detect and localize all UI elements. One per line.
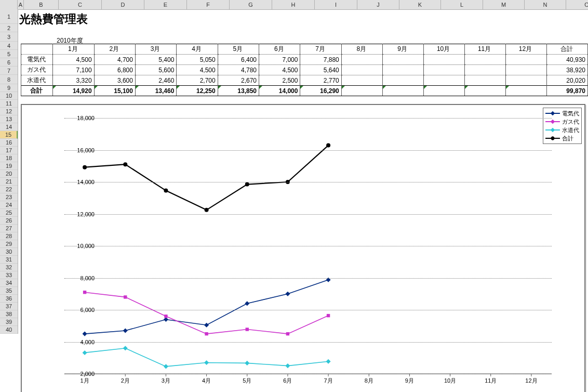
- col-header-L[interactable]: L: [441, 0, 483, 9]
- table-col-11[interactable]: 11月: [464, 44, 505, 55]
- row-header-21[interactable]: 21: [0, 178, 18, 186]
- table-cell[interactable]: 3,320: [53, 75, 94, 86]
- row-headers[interactable]: 1234567891011121314151617181920212223242…: [0, 9, 18, 334]
- row-header-32[interactable]: 32: [0, 264, 18, 271]
- table-cell[interactable]: 5,640: [300, 65, 341, 75]
- table-cell[interactable]: [341, 86, 382, 96]
- row-header-8[interactable]: 8: [0, 75, 18, 84]
- table-cell[interactable]: 2,770: [300, 75, 341, 86]
- table-cell[interactable]: [505, 55, 546, 65]
- table-cell[interactable]: [423, 86, 464, 96]
- row-header-11[interactable]: 11: [0, 100, 18, 108]
- table-cell[interactable]: 6,800: [94, 65, 135, 75]
- table-cell[interactable]: [341, 55, 382, 65]
- table-col-6[interactable]: 6月: [259, 44, 300, 55]
- table-cell[interactable]: 15,100: [94, 86, 135, 96]
- row-header-13[interactable]: 13: [0, 115, 18, 123]
- table-cell[interactable]: 3,600: [94, 75, 135, 86]
- row-header-9[interactable]: 9: [0, 84, 18, 92]
- row-header-31[interactable]: 31: [0, 256, 18, 264]
- table-cell[interactable]: 2,700: [177, 75, 218, 86]
- table-cell[interactable]: [382, 65, 423, 75]
- table-col-10[interactable]: 10月: [423, 44, 464, 55]
- table-cell[interactable]: [382, 55, 423, 65]
- table-row[interactable]: ガス代7,1006,8005,6004,5004,7804,5005,64038…: [21, 65, 588, 75]
- row-header-33[interactable]: 33: [0, 271, 18, 279]
- row-header-19[interactable]: 19: [0, 162, 18, 170]
- row-header-18[interactable]: 18: [0, 154, 18, 162]
- row-header-34[interactable]: 34: [0, 279, 18, 287]
- col-header-A[interactable]: A: [18, 0, 24, 9]
- row-header-26[interactable]: 26: [0, 217, 18, 225]
- row-header-1[interactable]: 1: [0, 9, 18, 24]
- table-col-5[interactable]: 5月: [218, 44, 259, 55]
- table-cell[interactable]: 13,850: [218, 86, 259, 96]
- table-cell[interactable]: 7,000: [259, 55, 300, 65]
- table-cell-total[interactable]: 40,930: [546, 55, 588, 65]
- column-headers[interactable]: ABCDEFGHIJKLMNOP: [0, 0, 588, 10]
- table-row[interactable]: 水道代3,3203,6002,4602,7002,6702,5002,77020…: [21, 75, 588, 86]
- row-header-20[interactable]: 20: [0, 170, 18, 178]
- table-cell[interactable]: [423, 55, 464, 65]
- row-header-3[interactable]: 3: [0, 32, 18, 42]
- table-cell-total[interactable]: 99,870: [546, 86, 588, 96]
- table-row[interactable]: 電気代4,5004,7005,4005,0506,4007,0007,88040…: [21, 55, 588, 65]
- row-header-30[interactable]: 30: [0, 248, 18, 256]
- table-cell[interactable]: [341, 65, 382, 75]
- row-header-12[interactable]: 12: [0, 108, 18, 115]
- row-header-36[interactable]: 36: [0, 295, 18, 303]
- col-header-O[interactable]: O: [566, 0, 588, 9]
- table-col-total[interactable]: 合計: [546, 44, 588, 55]
- row-header-5[interactable]: 5: [0, 50, 18, 58]
- table-col-2[interactable]: 2月: [94, 44, 135, 55]
- table-cell[interactable]: [464, 75, 505, 86]
- col-header-C[interactable]: C: [59, 0, 102, 9]
- col-header-E[interactable]: E: [144, 0, 187, 9]
- table-col-9[interactable]: 9月: [382, 44, 423, 55]
- table-cell-total[interactable]: 38,920: [546, 65, 588, 75]
- table-cell[interactable]: 5,050: [177, 55, 218, 65]
- table-col-1[interactable]: 1月: [53, 44, 94, 55]
- table-cell[interactable]: [464, 65, 505, 75]
- row-header-7[interactable]: 7: [0, 67, 18, 75]
- table-col-4[interactable]: 4月: [177, 44, 218, 55]
- row-header-25[interactable]: 25: [0, 209, 18, 217]
- table-cell[interactable]: [464, 55, 505, 65]
- row-header-17[interactable]: 17: [0, 147, 18, 154]
- table-cell[interactable]: 12,250: [177, 86, 218, 96]
- table-cell[interactable]: 2,500: [259, 75, 300, 86]
- table-cell[interactable]: [341, 75, 382, 86]
- table-cell[interactable]: 13,460: [135, 86, 176, 96]
- table-cell[interactable]: [505, 86, 546, 96]
- table-cell-total[interactable]: 20,020: [546, 75, 588, 86]
- col-header-B[interactable]: B: [24, 0, 59, 9]
- col-header-J[interactable]: J: [357, 0, 399, 9]
- table-cell[interactable]: 6,400: [218, 55, 259, 65]
- row-header-28[interactable]: 28: [0, 232, 18, 240]
- row-header-14[interactable]: 14: [0, 123, 18, 131]
- table-cell[interactable]: 14,920: [53, 86, 94, 96]
- table-cell[interactable]: 4,500: [259, 65, 300, 75]
- row-header-23[interactable]: 23: [0, 193, 18, 201]
- table-row[interactable]: 合計14,92015,10013,46012,25013,85014,00016…: [21, 86, 588, 96]
- col-header-N[interactable]: N: [525, 0, 566, 9]
- table-cell[interactable]: 14,000: [259, 86, 300, 96]
- table-cell[interactable]: 2,460: [135, 75, 176, 86]
- table-cell[interactable]: [382, 86, 423, 96]
- table-cell[interactable]: 4,700: [94, 55, 135, 65]
- chart-area[interactable]: 電気代 ガス代 水道代 合計 2,0004,0006,0008,00010,00…: [21, 104, 585, 392]
- table-col-3[interactable]: 3月: [135, 44, 176, 55]
- table-col-12[interactable]: 12月: [505, 44, 546, 55]
- table-cell[interactable]: 7,100: [53, 65, 94, 75]
- col-header-D[interactable]: D: [102, 0, 144, 9]
- col-header-K[interactable]: K: [399, 0, 441, 9]
- row-header-22[interactable]: 22: [0, 186, 18, 193]
- table-cell[interactable]: 2,670: [218, 75, 259, 86]
- col-header-F[interactable]: F: [187, 0, 230, 9]
- table-cell[interactable]: [505, 65, 546, 75]
- row-header-24[interactable]: 24: [0, 201, 18, 209]
- table-cell[interactable]: 4,500: [53, 55, 94, 65]
- row-header-6[interactable]: 6: [0, 58, 18, 67]
- table-cell[interactable]: [423, 65, 464, 75]
- row-header-40[interactable]: 40: [0, 326, 18, 334]
